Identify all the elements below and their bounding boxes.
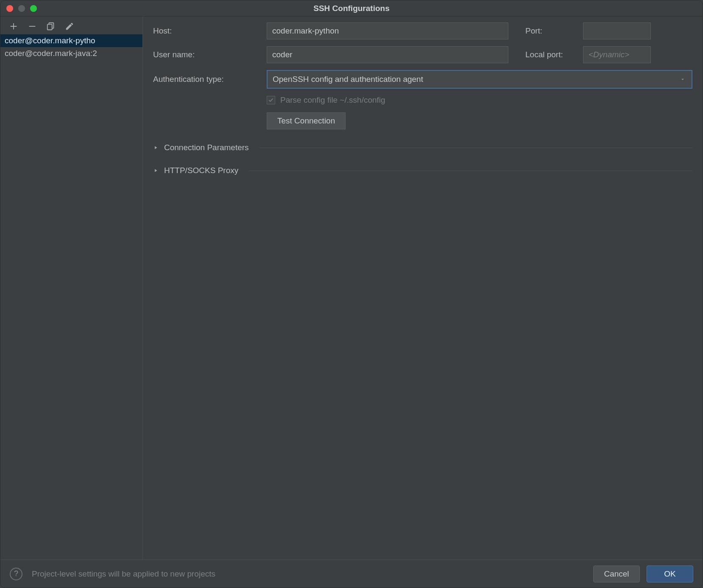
titlebar: SSH Configurations bbox=[0, 0, 703, 17]
window-minimize-button[interactable] bbox=[18, 5, 25, 12]
section-divider bbox=[259, 148, 692, 148]
copy-icon[interactable] bbox=[46, 22, 56, 31]
proxy-title: HTTP/SOCKS Proxy bbox=[164, 166, 238, 175]
window-close-button[interactable] bbox=[6, 5, 13, 12]
localport-label: Local port: bbox=[516, 50, 575, 59]
parse-config-row: Parse config file ~/.ssh/config bbox=[267, 95, 692, 105]
ssh-configurations-window: SSH Configurations coder@coder.mar bbox=[0, 0, 703, 588]
host-label: Host: bbox=[153, 26, 259, 36]
authtype-label: Authentication type: bbox=[153, 75, 259, 84]
port-input[interactable] bbox=[583, 22, 651, 39]
user-input[interactable] bbox=[267, 46, 508, 63]
connection-params-header[interactable]: Connection Parameters bbox=[153, 143, 692, 152]
host-row: Host: Port: bbox=[153, 22, 692, 39]
section-divider bbox=[248, 171, 692, 171]
edit-icon[interactable] bbox=[65, 22, 74, 31]
test-connection-button[interactable]: Test Connection bbox=[267, 112, 346, 129]
authtype-select[interactable]: OpenSSH config and authentication agent bbox=[267, 70, 692, 89]
svg-rect-0 bbox=[29, 26, 36, 27]
svg-rect-2 bbox=[47, 24, 52, 30]
add-icon[interactable] bbox=[9, 22, 18, 31]
window-controls bbox=[0, 5, 37, 12]
cancel-button[interactable]: Cancel bbox=[593, 566, 640, 582]
ok-button[interactable]: OK bbox=[647, 566, 693, 582]
triangle-right-icon bbox=[153, 145, 158, 150]
host-input[interactable] bbox=[267, 22, 508, 39]
config-item[interactable]: coder@coder.mark-pytho bbox=[0, 34, 142, 47]
footer-message: Project-level settings will be applied t… bbox=[32, 569, 584, 579]
dialog-footer: ? Project-level settings will be applied… bbox=[0, 560, 703, 588]
authtype-row: Authentication type: OpenSSH config and … bbox=[153, 70, 692, 89]
window-title: SSH Configurations bbox=[0, 4, 703, 13]
config-sidebar: coder@coder.mark-pytho coder@coder.mark-… bbox=[0, 17, 143, 560]
user-row: User name: Local port: bbox=[153, 46, 692, 63]
sidebar-toolbar bbox=[0, 17, 142, 34]
config-item[interactable]: coder@coder.mark-java:2 bbox=[0, 47, 142, 60]
dialog-body: coder@coder.mark-pytho coder@coder.mark-… bbox=[0, 17, 703, 560]
parse-config-label: Parse config file ~/.ssh/config bbox=[280, 95, 385, 105]
user-label: User name: bbox=[153, 50, 259, 59]
connection-params-section: Connection Parameters bbox=[153, 143, 692, 152]
connection-params-title: Connection Parameters bbox=[164, 143, 249, 152]
triangle-right-icon bbox=[153, 168, 158, 173]
proxy-header[interactable]: HTTP/SOCKS Proxy bbox=[153, 166, 692, 175]
authtype-value: OpenSSH config and authentication agent bbox=[273, 75, 423, 84]
port-label: Port: bbox=[516, 26, 575, 36]
help-icon[interactable]: ? bbox=[10, 568, 22, 580]
config-details: Host: Port: User name: Local port: Authe… bbox=[143, 17, 703, 560]
parse-config-checkbox bbox=[267, 96, 275, 104]
chevron-down-icon bbox=[680, 76, 686, 82]
footer-buttons: Cancel OK bbox=[593, 566, 693, 582]
proxy-section: HTTP/SOCKS Proxy bbox=[153, 166, 692, 175]
window-maximize-button[interactable] bbox=[30, 5, 37, 12]
config-list: coder@coder.mark-pytho coder@coder.mark-… bbox=[0, 34, 142, 560]
remove-icon[interactable] bbox=[28, 22, 37, 31]
localport-input[interactable] bbox=[583, 46, 651, 63]
